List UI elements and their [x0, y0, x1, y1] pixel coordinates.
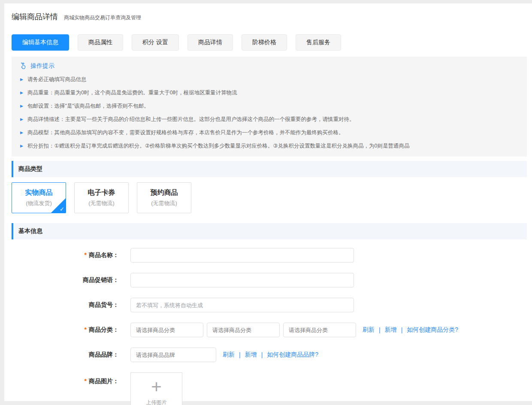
image-upload-button[interactable]: + 上传图片 — [130, 372, 182, 405]
content-panel: 编辑商品详情 商城实物商品交易订单查询及管理 编辑基本信息 商品属性 积分 设置… — [4, 3, 532, 401]
sku-input[interactable] — [130, 298, 354, 312]
type-card-title: 预约商品 — [151, 188, 178, 197]
brand-add-link[interactable]: 新增 — [245, 351, 257, 359]
tab-product-attributes[interactable]: 商品属性 — [78, 34, 123, 51]
brand-select[interactable] — [130, 348, 216, 362]
brand-help-link[interactable]: 如何创建商品品牌? — [267, 351, 318, 359]
tip-item: ▶包邮设置：选择"是"该商品包邮，选择否则不包邮。 — [19, 103, 518, 110]
type-card-ecard[interactable]: 电子卡券 (无需物流) — [74, 182, 129, 213]
tab-points-settings[interactable]: 积分 设置 — [132, 34, 179, 51]
type-card-subtitle: (物流发货) — [26, 199, 52, 207]
form-row-product-image: *商品图片： + 上传图片 — [12, 372, 527, 405]
tab-edit-basic-info[interactable]: 编辑基本信息 — [12, 34, 69, 51]
link-separator: | — [401, 326, 403, 333]
category-add-link[interactable]: 新增 — [385, 326, 397, 334]
triangle-bullet-icon: ▶ — [20, 131, 23, 135]
category-links: 刷新 | 新增 | 如何创建商品分类? — [363, 326, 458, 334]
field-label: 商品品牌： — [12, 351, 119, 359]
tab-bar: 编辑基本信息 商品属性 积分 设置 商品详情 阶梯价格 售后服务 — [12, 34, 527, 51]
link-separator: | — [379, 326, 381, 333]
plus-icon: + — [151, 379, 162, 395]
triangle-bullet-icon: ▶ — [20, 118, 23, 121]
tap-hand-icon — [19, 62, 27, 70]
field-label: *商品图片： — [12, 372, 119, 385]
section-title: 基本信息 — [18, 227, 42, 235]
upload-label: 上传图片 — [146, 399, 167, 405]
product-type-cards: 实物商品 (物流发货) ✓ 电子卡券 (无需物流) 预约商品 (无需物流) — [12, 182, 527, 213]
field-label: *商品分类： — [12, 326, 119, 334]
link-separator: | — [261, 351, 263, 358]
form-row-brand: 商品品牌： 刷新 | 新增 | 如何创建商品品牌? — [12, 348, 527, 362]
tip-item: ▶请务必正确填写商品信息 — [19, 76, 518, 83]
basic-info-form: *商品名称： 商品促销语： 商品货号： *商品分类： 刷新 | 新增 | 如何创… — [12, 248, 527, 405]
type-card-title: 电子卡券 — [88, 188, 115, 197]
tip-item: ▶积分折扣：①赠送积分是订单完成后赠送的积分。②价格阶梯单次购买个数达到多少数量… — [19, 142, 518, 150]
category-refresh-link[interactable]: 刷新 — [363, 326, 375, 334]
category-select-level3[interactable] — [283, 323, 356, 337]
field-label: 商品货号： — [12, 301, 119, 309]
triangle-bullet-icon: ▶ — [20, 78, 23, 82]
required-asterisk: * — [85, 378, 87, 384]
tab-product-details[interactable]: 商品详情 — [187, 34, 233, 51]
tip-item: ▶商品模型：其他商品添加填写的内容不变，需要设置好规格价格与库存，本店售价只是作… — [19, 129, 518, 136]
page-title: 编辑商品详情 — [12, 12, 58, 22]
category-help-link[interactable]: 如何创建商品分类? — [407, 326, 458, 334]
tab-tier-pricing[interactable]: 阶梯价格 — [242, 34, 287, 51]
type-card-title: 实物商品 — [25, 188, 53, 197]
tips-title: 操作提示 — [30, 62, 54, 70]
category-select-level1[interactable] — [130, 323, 203, 337]
form-row-category: *商品分类： 刷新 | 新增 | 如何创建商品分类? — [12, 323, 527, 337]
section-product-type: 商品类型 — [12, 161, 527, 177]
brand-links: 刷新 | 新增 | 如何创建商品品牌? — [223, 351, 318, 359]
section-title: 商品类型 — [18, 165, 42, 173]
form-row-sku: 商品货号： — [12, 298, 527, 312]
required-asterisk: * — [85, 326, 87, 333]
triangle-bullet-icon: ▶ — [20, 144, 23, 148]
type-card-reservation[interactable]: 预约商品 (无需物流) — [137, 182, 191, 213]
section-basic-info: 基本信息 — [12, 223, 527, 239]
type-card-physical[interactable]: 实物商品 (物流发货) ✓ — [12, 182, 66, 213]
tip-item: ▶商品详情描述：主要是写一些关于商品的介绍信息和上传一些图片信息。这部分也是用户… — [19, 116, 518, 123]
required-asterisk: * — [85, 251, 87, 258]
field-label: 商品促销语： — [12, 276, 119, 284]
type-card-subtitle: (无需物流) — [88, 199, 115, 207]
category-select-level2[interactable] — [207, 323, 280, 337]
promo-text-input[interactable] — [130, 273, 354, 287]
page-header: 编辑商品详情 商城实物商品交易订单查询及管理 — [12, 12, 527, 22]
tip-item: ▶商品重量：商品重量为0时，这个商品是免运费的。重量大于0时，根据地区重量计算物… — [19, 89, 518, 97]
field-label: *商品名称： — [12, 251, 119, 259]
check-icon: ✓ — [60, 206, 64, 212]
link-separator: | — [239, 351, 241, 358]
type-card-subtitle: (无需物流) — [151, 199, 177, 207]
triangle-bullet-icon: ▶ — [20, 104, 23, 108]
tab-after-sales[interactable]: 售后服务 — [296, 34, 341, 51]
triangle-bullet-icon: ▶ — [20, 91, 23, 95]
operation-tips-panel: 操作提示 ▶请务必正确填写商品信息 ▶商品重量：商品重量为0时，这个商品是免运费… — [12, 57, 527, 157]
product-name-input[interactable] — [130, 248, 354, 263]
form-row-promo-text: 商品促销语： — [12, 273, 527, 287]
tips-list: ▶请务必正确填写商品信息 ▶商品重量：商品重量为0时，这个商品是免运费的。重量大… — [19, 76, 518, 150]
tips-header: 操作提示 — [19, 62, 518, 70]
page-subtitle: 商城实物商品交易订单查询及管理 — [64, 14, 141, 21]
brand-refresh-link[interactable]: 刷新 — [223, 351, 235, 359]
form-row-product-name: *商品名称： — [12, 248, 527, 263]
